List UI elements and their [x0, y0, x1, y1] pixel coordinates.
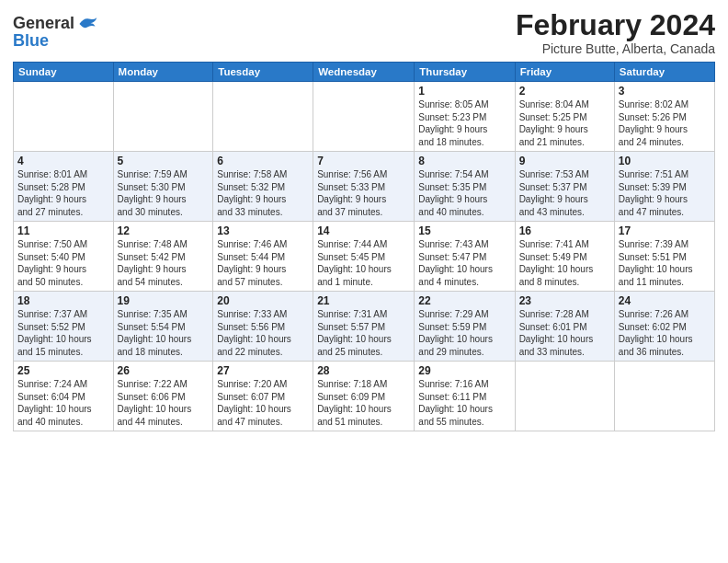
day-info: Sunrise: 7:24 AM Sunset: 6:04 PM Dayligh… [17, 378, 109, 428]
day-number: 21 [317, 294, 410, 307]
header-wednesday: Wednesday [313, 63, 415, 82]
calendar-cell [213, 82, 313, 152]
calendar-cell: 14Sunrise: 7:44 AM Sunset: 5:45 PM Dayli… [313, 222, 415, 292]
calendar-cell: 26Sunrise: 7:22 AM Sunset: 6:06 PM Dayli… [113, 362, 213, 431]
calendar-row-5: 25Sunrise: 7:24 AM Sunset: 6:04 PM Dayli… [14, 362, 715, 431]
day-info: Sunrise: 7:41 AM Sunset: 5:49 PM Dayligh… [519, 238, 610, 288]
day-info: Sunrise: 7:44 AM Sunset: 5:45 PM Dayligh… [317, 238, 410, 288]
day-info: Sunrise: 7:28 AM Sunset: 6:01 PM Dayligh… [519, 308, 610, 358]
calendar-cell [113, 82, 213, 152]
weekday-header-row: Sunday Monday Tuesday Wednesday Thursday… [14, 63, 715, 82]
page-container: General Blue February 2024 Picture Butte… [0, 0, 728, 439]
day-info: Sunrise: 8:02 AM Sunset: 5:26 PM Dayligh… [619, 98, 711, 148]
calendar-cell [515, 362, 614, 431]
calendar-cell: 25Sunrise: 7:24 AM Sunset: 6:04 PM Dayli… [14, 362, 114, 431]
calendar-cell: 4Sunrise: 8:01 AM Sunset: 5:28 PM Daylig… [14, 152, 114, 222]
header-saturday: Saturday [614, 63, 714, 82]
day-number: 14 [317, 224, 410, 237]
day-number: 22 [418, 294, 510, 307]
day-info: Sunrise: 7:33 AM Sunset: 5:56 PM Dayligh… [217, 308, 309, 358]
day-info: Sunrise: 7:37 AM Sunset: 5:52 PM Dayligh… [17, 308, 109, 358]
day-info: Sunrise: 7:50 AM Sunset: 5:40 PM Dayligh… [17, 238, 109, 288]
calendar-cell: 17Sunrise: 7:39 AM Sunset: 5:51 PM Dayli… [614, 222, 714, 292]
day-info: Sunrise: 8:01 AM Sunset: 5:28 PM Dayligh… [17, 168, 109, 218]
day-number: 12 [118, 224, 210, 237]
calendar-cell: 23Sunrise: 7:28 AM Sunset: 6:01 PM Dayli… [515, 292, 614, 362]
day-info: Sunrise: 7:56 AM Sunset: 5:33 PM Dayligh… [317, 168, 410, 218]
day-number: 23 [519, 294, 610, 307]
day-info: Sunrise: 7:18 AM Sunset: 6:09 PM Dayligh… [317, 378, 410, 428]
day-number: 3 [619, 85, 711, 98]
calendar-cell: 3Sunrise: 8:02 AM Sunset: 5:26 PM Daylig… [614, 82, 714, 152]
calendar-cell: 1Sunrise: 8:05 AM Sunset: 5:23 PM Daylig… [415, 82, 515, 152]
header-thursday: Thursday [415, 63, 515, 82]
day-number: 6 [217, 155, 309, 167]
day-number: 24 [619, 294, 711, 307]
day-number: 2 [519, 85, 610, 98]
calendar-row-3: 11Sunrise: 7:50 AM Sunset: 5:40 PM Dayli… [14, 222, 715, 292]
calendar-cell: 29Sunrise: 7:16 AM Sunset: 6:11 PM Dayli… [415, 362, 515, 431]
calendar-row-4: 18Sunrise: 7:37 AM Sunset: 5:52 PM Dayli… [14, 292, 715, 362]
header: General Blue February 2024 Picture Butte… [13, 9, 715, 56]
calendar-cell: 8Sunrise: 7:54 AM Sunset: 5:35 PM Daylig… [415, 152, 515, 222]
day-number: 18 [17, 294, 109, 307]
day-info: Sunrise: 7:35 AM Sunset: 5:54 PM Dayligh… [118, 308, 210, 358]
logo-icon [76, 13, 98, 35]
header-monday: Monday [113, 63, 213, 82]
calendar-cell [614, 362, 714, 431]
calendar-cell: 9Sunrise: 7:53 AM Sunset: 5:37 PM Daylig… [515, 152, 614, 222]
day-number: 17 [619, 224, 711, 237]
calendar-cell: 18Sunrise: 7:37 AM Sunset: 5:52 PM Dayli… [14, 292, 114, 362]
day-number: 25 [17, 364, 109, 377]
day-number: 28 [317, 364, 410, 377]
calendar-cell: 15Sunrise: 7:43 AM Sunset: 5:47 PM Dayli… [415, 222, 515, 292]
calendar-cell: 6Sunrise: 7:58 AM Sunset: 5:32 PM Daylig… [213, 152, 313, 222]
day-info: Sunrise: 7:43 AM Sunset: 5:47 PM Dayligh… [418, 238, 510, 288]
day-number: 20 [217, 294, 309, 307]
calendar-cell: 27Sunrise: 7:20 AM Sunset: 6:07 PM Dayli… [213, 362, 313, 431]
day-number: 26 [118, 364, 210, 377]
day-info: Sunrise: 7:39 AM Sunset: 5:51 PM Dayligh… [619, 238, 711, 288]
calendar-cell: 20Sunrise: 7:33 AM Sunset: 5:56 PM Dayli… [213, 292, 313, 362]
day-number: 29 [418, 364, 510, 377]
calendar-cell: 22Sunrise: 7:29 AM Sunset: 5:59 PM Dayli… [415, 292, 515, 362]
day-number: 1 [418, 85, 510, 98]
calendar-table: Sunday Monday Tuesday Wednesday Thursday… [13, 62, 715, 431]
day-info: Sunrise: 7:22 AM Sunset: 6:06 PM Dayligh… [118, 378, 210, 428]
day-number: 19 [118, 294, 210, 307]
day-info: Sunrise: 7:29 AM Sunset: 5:59 PM Dayligh… [418, 308, 510, 358]
day-info: Sunrise: 7:48 AM Sunset: 5:42 PM Dayligh… [118, 238, 210, 288]
day-info: Sunrise: 7:53 AM Sunset: 5:37 PM Dayligh… [519, 168, 610, 218]
calendar-cell: 2Sunrise: 8:04 AM Sunset: 5:25 PM Daylig… [515, 82, 614, 152]
day-info: Sunrise: 8:05 AM Sunset: 5:23 PM Dayligh… [418, 98, 510, 148]
header-tuesday: Tuesday [213, 63, 313, 82]
calendar-cell: 16Sunrise: 7:41 AM Sunset: 5:49 PM Dayli… [515, 222, 614, 292]
calendar-cell: 12Sunrise: 7:48 AM Sunset: 5:42 PM Dayli… [113, 222, 213, 292]
day-info: Sunrise: 7:31 AM Sunset: 5:57 PM Dayligh… [317, 308, 410, 358]
day-number: 16 [519, 224, 610, 237]
calendar-cell: 5Sunrise: 7:59 AM Sunset: 5:30 PM Daylig… [113, 152, 213, 222]
calendar-cell: 24Sunrise: 7:26 AM Sunset: 6:02 PM Dayli… [614, 292, 714, 362]
day-number: 10 [619, 155, 711, 167]
day-number: 9 [519, 155, 610, 167]
calendar-cell: 10Sunrise: 7:51 AM Sunset: 5:39 PM Dayli… [614, 152, 714, 222]
main-title: February 2024 [516, 9, 715, 41]
day-info: Sunrise: 7:46 AM Sunset: 5:44 PM Dayligh… [217, 238, 309, 288]
calendar-row-1: 1Sunrise: 8:05 AM Sunset: 5:23 PM Daylig… [14, 82, 715, 152]
calendar-cell: 13Sunrise: 7:46 AM Sunset: 5:44 PM Dayli… [213, 222, 313, 292]
day-info: Sunrise: 7:26 AM Sunset: 6:02 PM Dayligh… [619, 308, 711, 358]
day-info: Sunrise: 7:54 AM Sunset: 5:35 PM Dayligh… [418, 168, 510, 218]
subtitle: Picture Butte, Alberta, Canada [516, 41, 715, 56]
day-number: 4 [17, 155, 109, 167]
calendar-cell [14, 82, 114, 152]
header-friday: Friday [515, 63, 614, 82]
day-info: Sunrise: 7:58 AM Sunset: 5:32 PM Dayligh… [217, 168, 309, 218]
day-info: Sunrise: 7:59 AM Sunset: 5:30 PM Dayligh… [118, 168, 210, 218]
calendar-cell: 28Sunrise: 7:18 AM Sunset: 6:09 PM Dayli… [313, 362, 415, 431]
day-info: Sunrise: 7:51 AM Sunset: 5:39 PM Dayligh… [619, 168, 711, 218]
day-number: 15 [418, 224, 510, 237]
day-number: 11 [17, 224, 109, 237]
header-sunday: Sunday [14, 63, 114, 82]
title-block: February 2024 Picture Butte, Alberta, Ca… [516, 9, 715, 56]
calendar-cell: 11Sunrise: 7:50 AM Sunset: 5:40 PM Dayli… [14, 222, 114, 292]
